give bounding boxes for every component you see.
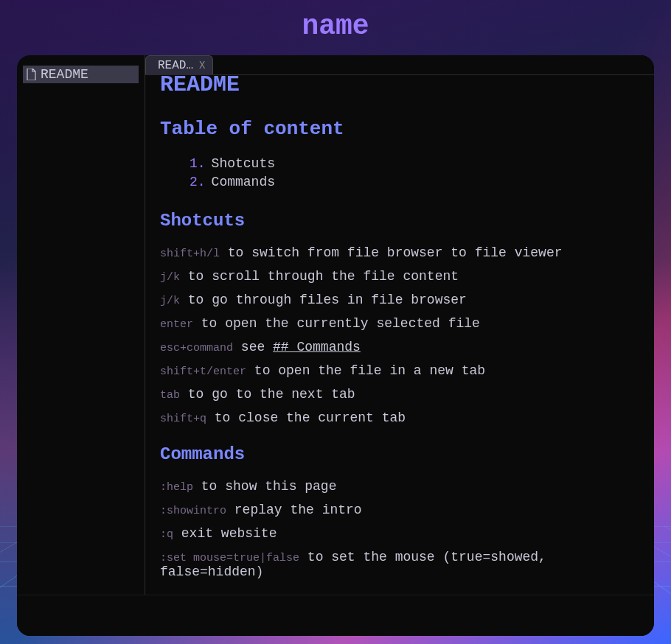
shortcut-text: to go through files in file browser (180, 293, 467, 307)
toc-item[interactable]: 2. Commands (190, 173, 639, 192)
shortcut-text: to close the current tab (206, 410, 406, 425)
content-area: READ… X README Table of content 1. Shotc… (145, 55, 654, 595)
file-name-label: README (41, 67, 88, 82)
tab-readme[interactable]: READ… X (145, 55, 213, 74)
command-line: :set mouse=true|false to set the mouse (… (160, 550, 639, 579)
file-viewer[interactable]: README Table of content 1. Shotcuts 2. C… (145, 74, 654, 595)
command-text: exit website (173, 526, 277, 541)
toc-number: 1. (190, 155, 206, 173)
shortcut-line: shift+q to close the current tab (160, 410, 639, 425)
commands-link[interactable]: ## Commands (273, 340, 361, 354)
kbd: j/k (160, 271, 180, 284)
kbd: shift+t/enter (160, 365, 246, 378)
shortcut-line: tab to go to the next tab (160, 387, 639, 402)
kbd: j/k (160, 295, 180, 307)
shortcut-line: enter to open the currently selected fil… (160, 316, 639, 331)
kbd: tab (160, 389, 180, 402)
command-input-area[interactable] (17, 595, 654, 636)
shortcut-line: j/k to scroll through the file content (160, 269, 639, 284)
kbd: :q (160, 528, 173, 541)
main-area: README READ… X README Table of content 1… (17, 55, 654, 595)
command-text: replay the intro (226, 503, 362, 517)
app-window: README READ… X README Table of content 1… (17, 55, 654, 636)
tab-label: READ… (158, 59, 193, 72)
tab-bar: READ… X (145, 55, 654, 74)
kbd: enter (160, 318, 193, 331)
kbd: :set mouse=true|false (160, 552, 299, 564)
shortcut-line: shift+h/l to switch from file browser to… (160, 245, 639, 260)
kbd: :showintro (160, 505, 226, 517)
commands-heading: Commands (160, 444, 639, 464)
toc-label: Shotcuts (212, 155, 275, 173)
kbd: shift+q (160, 413, 206, 425)
page-title: name (0, 0, 671, 55)
file-item-readme[interactable]: README (23, 66, 139, 83)
shortcut-text: to open the file in a new tab (246, 363, 485, 378)
shortcut-text: to go to the next tab (180, 387, 355, 402)
shortcut-text: see (233, 340, 273, 354)
close-icon[interactable]: X (199, 60, 205, 71)
shortcut-line: j/k to go through files in file browser (160, 293, 639, 307)
command-text: to show this page (193, 479, 336, 494)
file-icon (26, 69, 36, 80)
command-line: :q exit website (160, 526, 639, 541)
file-browser-sidebar[interactable]: README (17, 55, 145, 595)
kbd: esc+command (160, 342, 233, 354)
shortcut-text: to scroll through the file content (180, 269, 459, 284)
table-of-contents: 1. Shotcuts 2. Commands (190, 155, 639, 192)
shortcut-line: esc+command see ## Commands (160, 340, 639, 354)
kbd: :help (160, 481, 193, 494)
shortcut-line: shift+t/enter to open the file in a new … (160, 363, 639, 378)
command-line: :showintro replay the intro (160, 503, 639, 517)
doc-title: README (160, 74, 639, 97)
toc-heading: Table of content (160, 118, 639, 140)
shortcut-text: to open the currently selected file (193, 316, 480, 331)
toc-item[interactable]: 1. Shotcuts (190, 155, 639, 173)
shortcut-text: to switch from file browser to file view… (220, 245, 562, 260)
shortcuts-heading: Shotcuts (160, 211, 639, 231)
command-line: :help to show this page (160, 479, 639, 494)
kbd: shift+h/l (160, 248, 220, 260)
toc-number: 2. (190, 173, 206, 192)
toc-label: Commands (212, 173, 275, 192)
